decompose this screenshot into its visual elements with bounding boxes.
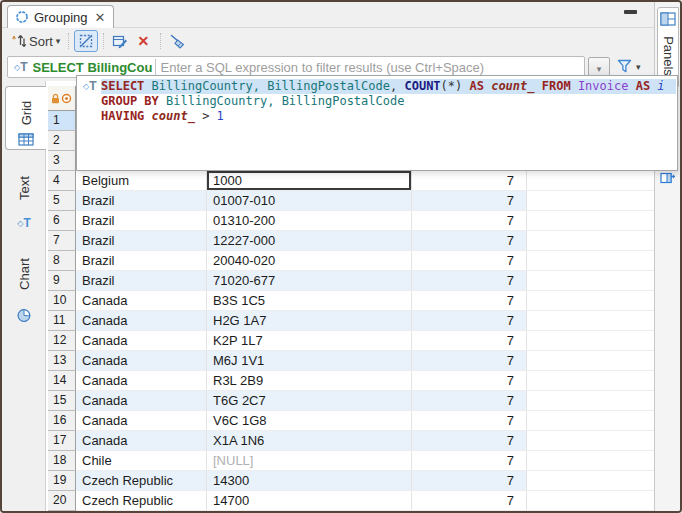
cell[interactable]: Czech Republic — [76, 491, 207, 510]
cell[interactable]: Canada — [76, 371, 207, 390]
row-number-cell[interactable]: 5 — [48, 191, 76, 211]
row-number-cell[interactable]: 20 — [48, 491, 76, 511]
clear-grouping-button[interactable] — [166, 32, 189, 51]
table-row[interactable]: CanadaR3L 2B97 — [76, 371, 654, 391]
tab-chart-view[interactable]: Chart — [4, 240, 44, 326]
edit-grouping-button[interactable] — [109, 32, 131, 51]
minimize-icon[interactable] — [624, 10, 637, 14]
table-row[interactable]: CanadaH2G 1A77 — [76, 311, 654, 331]
cell[interactable]: 7 — [412, 391, 527, 410]
cell[interactable]: [NULL] — [207, 451, 412, 470]
cell[interactable]: 7 — [412, 331, 527, 350]
cell[interactable]: Canada — [76, 311, 207, 330]
cell[interactable]: H2G 1A7 — [207, 311, 412, 330]
cell[interactable]: 7 — [412, 231, 527, 250]
cell[interactable]: Canada — [76, 291, 207, 310]
cell[interactable]: Canada — [76, 391, 207, 410]
tab-text-view[interactable]: Text ◇T — [4, 158, 44, 232]
row-number-cell[interactable]: 3 — [48, 151, 76, 171]
cell[interactable]: 7 — [412, 431, 527, 450]
row-number-cell[interactable]: 16 — [48, 411, 76, 431]
row-number-cell[interactable]: 7 — [48, 231, 76, 251]
cell[interactable]: 14300 — [207, 471, 412, 490]
row-number-cell[interactable]: 1 — [48, 111, 76, 131]
cell[interactable]: T6G 2C7 — [207, 391, 412, 410]
cell[interactable]: 7 — [412, 171, 527, 190]
cell[interactable]: Brazil — [76, 191, 207, 210]
cell[interactable]: Canada — [76, 351, 207, 370]
cell[interactable]: 7 — [412, 251, 527, 270]
cell[interactable]: 01310-200 — [207, 211, 412, 230]
row-number-cell[interactable]: 15 — [48, 391, 76, 411]
cell[interactable]: R3L 2B9 — [207, 371, 412, 390]
row-number-cell[interactable]: 8 — [48, 251, 76, 271]
select-all-corner-cell[interactable] — [48, 86, 76, 111]
row-number-cell[interactable]: 4 — [48, 171, 76, 191]
cell[interactable]: 7 — [412, 211, 527, 230]
cell[interactable]: Brazil — [76, 231, 207, 250]
cell[interactable]: 7 — [412, 271, 527, 290]
cell[interactable]: B3S 1C5 — [207, 291, 412, 310]
cell[interactable]: 20040-020 — [207, 251, 412, 270]
table-row[interactable]: Czech Republic143007 — [76, 471, 654, 491]
cell[interactable]: 12227-000 — [207, 231, 412, 250]
cell[interactable]: Canada — [76, 411, 207, 430]
open-panel-button[interactable] — [660, 172, 675, 184]
cell[interactable]: X1A 1N6 — [207, 431, 412, 450]
table-row[interactable]: CanadaV6C 1G87 — [76, 411, 654, 431]
cell[interactable]: 1000 — [207, 171, 412, 190]
filter-history-dropdown[interactable]: ▾ — [588, 57, 610, 77]
cell[interactable]: 7 — [412, 351, 527, 370]
cell[interactable]: Chile — [76, 451, 207, 470]
row-number-cell[interactable]: 12 — [48, 331, 76, 351]
cell[interactable]: 7 — [412, 311, 527, 330]
table-row[interactable]: Brazil12227-0007 — [76, 231, 654, 251]
cell[interactable]: V6C 1G8 — [207, 411, 412, 430]
row-number-cell[interactable]: 13 — [48, 351, 76, 371]
cell[interactable]: Brazil — [76, 271, 207, 290]
cell[interactable]: 7 — [412, 371, 527, 390]
tab-grid-view[interactable]: Grid — [5, 86, 46, 150]
cell[interactable]: 7 — [412, 191, 527, 210]
table-row[interactable]: CanadaX1A 1N67 — [76, 431, 654, 451]
cell[interactable]: 7 — [412, 451, 527, 470]
delete-grouping-button[interactable]: ✕ — [131, 31, 155, 51]
cell[interactable]: 7 — [412, 291, 527, 310]
row-number-cell[interactable]: 10 — [48, 291, 76, 311]
row-number-cell[interactable]: 14 — [48, 371, 76, 391]
table-row[interactable]: Czech Republic147007 — [76, 491, 654, 511]
cell[interactable]: Brazil — [76, 211, 207, 230]
table-row[interactable]: Brazil20040-0207 — [76, 251, 654, 271]
table-row[interactable]: Brazil01310-2007 — [76, 211, 654, 231]
cell[interactable]: 01007-010 — [207, 191, 412, 210]
sort-button[interactable]: Sort ▾ — [8, 32, 63, 51]
cell[interactable]: Belgium — [76, 171, 207, 190]
row-number-cell[interactable]: 18 — [48, 451, 76, 471]
table-row[interactable]: CanadaM6J 1V17 — [76, 351, 654, 371]
cell[interactable]: M6J 1V1 — [207, 351, 412, 370]
cell[interactable]: 7 — [412, 411, 527, 430]
cell[interactable]: Brazil — [76, 251, 207, 270]
cell[interactable]: 71020-677 — [207, 271, 412, 290]
row-number-cell[interactable]: 9 — [48, 271, 76, 291]
close-icon[interactable]: ✕ — [92, 10, 105, 25]
cell[interactable]: K2P 1L7 — [207, 331, 412, 350]
cell[interactable]: Canada — [76, 431, 207, 450]
cell[interactable]: 7 — [412, 491, 527, 510]
row-number-cell[interactable]: 17 — [48, 431, 76, 451]
cell[interactable]: 14700 — [207, 491, 412, 510]
row-number-cell[interactable]: 11 — [48, 311, 76, 331]
table-row[interactable]: Brazil71020-6777 — [76, 271, 654, 291]
table-row[interactable]: CanadaK2P 1L77 — [76, 331, 654, 351]
tab-grouping[interactable]: Grouping ✕ — [7, 5, 114, 28]
apply-filter-button[interactable]: ▾ — [615, 57, 643, 76]
table-row[interactable]: Belgium10007 — [76, 171, 654, 191]
row-number-cell[interactable]: 2 — [48, 131, 76, 151]
table-row[interactable]: CanadaB3S 1C57 — [76, 291, 654, 311]
row-number-cell[interactable]: 6 — [48, 211, 76, 231]
table-row[interactable]: Brazil01007-0107 — [76, 191, 654, 211]
table-row[interactable]: CanadaT6G 2C77 — [76, 391, 654, 411]
table-row[interactable]: Chile[NULL]7 — [76, 451, 654, 471]
show-duplicates-toggle[interactable] — [74, 30, 98, 52]
cell[interactable]: 7 — [412, 471, 527, 490]
